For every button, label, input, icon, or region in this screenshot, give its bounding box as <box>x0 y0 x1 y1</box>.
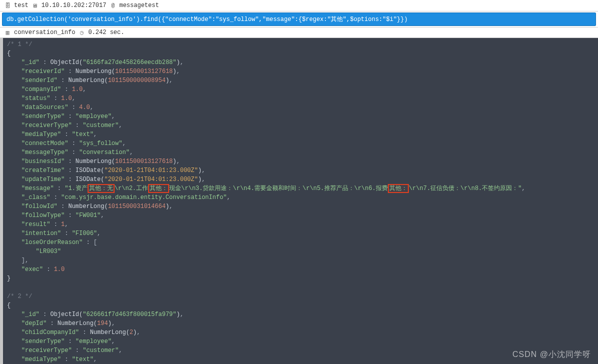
status-time: 0.242 sec. <box>88 29 124 36</box>
breadcrumb-db[interactable]: messagetest <box>119 2 159 9</box>
database-icon: 🛢 <box>109 2 116 9</box>
host-icon: 🖥 <box>32 2 39 9</box>
breadcrumb-conn[interactable]: test <box>14 2 29 9</box>
breadcrumb-host[interactable]: 10.10.10.202:27017 <box>42 2 107 9</box>
status-collection: conversation_info <box>14 29 75 36</box>
result-viewer[interactable]: /* 1 */ { "_id" : ObjectId("6166fa27de45… <box>0 38 598 364</box>
status-bar: ▦ conversation_info ◷ 0.242 sec. <box>0 27 598 38</box>
query-input[interactable]: db.getCollection('conversation_info').fi… <box>2 12 596 26</box>
server-icon: 🗄 <box>4 2 11 9</box>
collection-icon: ▦ <box>4 29 11 36</box>
clock-icon: ◷ <box>78 29 85 36</box>
breadcrumb: 🗄 test 🖥 10.10.10.202:27017 🛢 messagetes… <box>0 0 598 12</box>
